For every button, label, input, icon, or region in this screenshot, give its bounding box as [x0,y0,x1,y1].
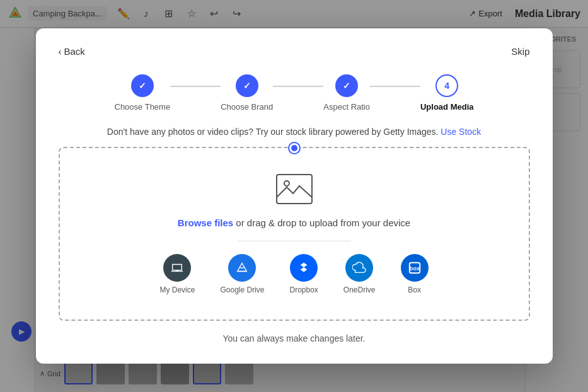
browse-row: Browse files or drag & drop to upload fr… [72,217,516,228]
footer-text: You can always make changes later. [59,333,530,343]
connector-1-2 [170,86,221,87]
upload-drop-zone[interactable]: Browse files or drag & drop to upload fr… [59,147,530,321]
back-button[interactable]: ‹ Back [59,46,85,57]
step-4-circle: 4 [435,74,458,97]
onedrive-option[interactable]: OneDrive [343,254,376,294]
onedrive-label: OneDrive [343,285,376,294]
modal-overlay: ‹ Back Skip ✓ Choose Theme ✓ Choose Bran… [0,0,588,392]
box-label: Box [408,285,421,294]
step-4-label: Upload Media [420,102,474,112]
my-device-label: My Device [159,285,195,294]
step-1-circle: ✓ [131,74,154,97]
my-device-icon [163,254,191,282]
onedrive-icon [345,254,373,282]
modal-header: ‹ Back Skip [59,46,530,57]
dropbox-option[interactable]: Dropbox [290,254,318,294]
steps-progress: ✓ Choose Theme ✓ Choose Brand ✓ Aspect R… [59,74,530,112]
upload-image-icon [72,173,516,207]
step-choose-theme: ✓ Choose Theme [115,74,171,112]
svg-point-4 [284,181,289,186]
upload-media-modal: ‹ Back Skip ✓ Choose Theme ✓ Choose Bran… [36,28,553,364]
dropbox-icon [290,254,318,282]
step-1-label: Choose Theme [115,102,171,112]
step-aspect-ratio: ✓ Aspect Ratio [323,74,370,112]
connector-2-3 [273,86,323,87]
google-drive-label: Google Drive [220,285,264,294]
connector-3-4 [370,86,420,87]
storage-options: My Device Google Drive Dropbox [72,254,516,294]
my-device-option[interactable]: My Device [159,254,195,294]
back-chevron-icon: ‹ [59,46,62,57]
browse-files-link[interactable]: Browse files [178,217,233,228]
svg-rect-3 [277,175,312,204]
box-icon: box [401,254,429,282]
step-3-label: Aspect Ratio [323,102,370,112]
google-drive-icon [228,254,256,282]
divider [238,241,351,241]
info-text: Don't have any photos or video clips? Tr… [59,127,530,137]
step-2-circle: ✓ [236,74,258,97]
upload-zone-dot [289,143,299,153]
box-option[interactable]: box Box [401,254,429,294]
skip-button[interactable]: Skip [511,46,529,57]
step-3-circle: ✓ [335,74,358,97]
step-2-label: Choose Brand [221,102,273,112]
dropbox-label: Dropbox [290,285,318,294]
step-upload-media: 4 Upload Media [420,74,474,112]
google-drive-option[interactable]: Google Drive [220,254,264,294]
step-choose-brand: ✓ Choose Brand [221,74,273,112]
svg-text:box: box [409,265,420,272]
use-stock-link[interactable]: Use Stock [441,127,481,137]
